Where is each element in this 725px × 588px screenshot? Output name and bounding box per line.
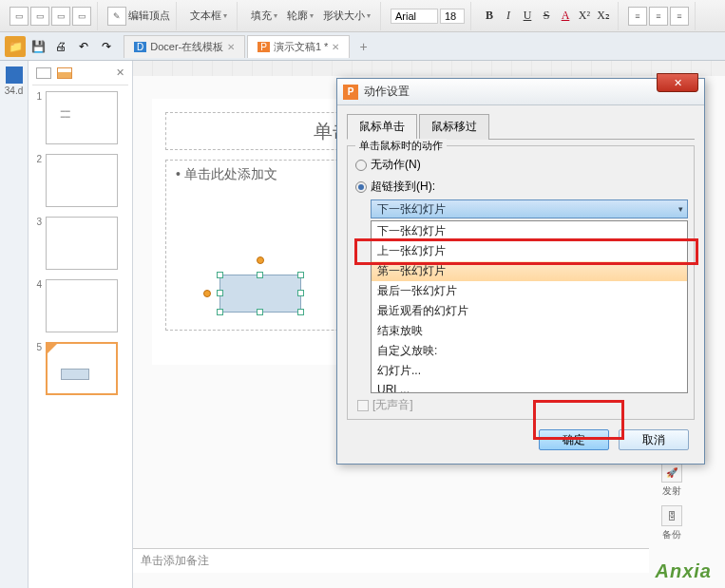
close-icon[interactable]: ✕ bbox=[227, 42, 235, 52]
left-doc-strip: 34.d bbox=[0, 61, 29, 588]
outline-view-icon[interactable] bbox=[57, 67, 72, 79]
fieldset-legend: 单击鼠标时的动作 bbox=[355, 139, 447, 153]
textbox-dropdown[interactable]: 文本框 bbox=[186, 7, 231, 25]
backup-button[interactable]: 🗄备份 bbox=[655, 505, 689, 541]
tab-docer[interactable]: D Docer-在线模板 ✕ bbox=[124, 35, 245, 58]
layout-icon[interactable]: ▭ bbox=[10, 7, 29, 26]
dialog-close-button[interactable]: ✕ bbox=[657, 73, 698, 92]
action-settings-dialog: ✕ P 动作设置 鼠标单击 鼠标移过 单击鼠标时的动作 无动作(N) 超链接到(… bbox=[336, 78, 705, 465]
document-tabs: D Docer-在线模板 ✕ P 演示文稿1 * ✕ + bbox=[124, 32, 375, 61]
tab-mouse-over[interactable]: 鼠标移过 bbox=[419, 114, 489, 140]
quick-access-bar: 📁 💾 🖨 ↶ ↷ D Docer-在线模板 ✕ P 演示文稿1 * ✕ + bbox=[0, 32, 725, 61]
edit-anchor-icon[interactable]: ✎ bbox=[107, 7, 126, 26]
edit-anchor-label: 编辑顶点 bbox=[128, 9, 170, 23]
strike-button[interactable]: S bbox=[538, 8, 555, 25]
tab-mouse-click[interactable]: 鼠标单击 bbox=[347, 114, 417, 140]
radio-none[interactable]: 无动作(N) bbox=[353, 154, 688, 176]
list-item[interactable]: 最后一张幻灯片 bbox=[372, 281, 687, 301]
list-item[interactable]: 上一张幻灯片 bbox=[372, 241, 687, 261]
align-center-icon[interactable]: ≡ bbox=[649, 7, 668, 26]
list-item[interactable]: URL... bbox=[372, 381, 687, 393]
print-icon[interactable]: 🖨 bbox=[50, 36, 71, 57]
launch-button[interactable]: 🚀发射 bbox=[655, 462, 689, 498]
dialog-app-icon: P bbox=[343, 85, 358, 100]
list-item[interactable]: 下一张幻灯片 bbox=[372, 221, 687, 241]
tab-label: Docer-在线模板 bbox=[150, 40, 223, 54]
close-icon[interactable]: ✕ bbox=[116, 66, 124, 79]
layout-icon[interactable]: ▭ bbox=[72, 7, 91, 26]
underline-button[interactable]: U bbox=[519, 8, 536, 25]
slide-thumb-5[interactable] bbox=[46, 342, 118, 395]
list-item[interactable]: 最近观看的幻灯片 bbox=[372, 301, 687, 321]
bold-button[interactable]: B bbox=[481, 8, 498, 25]
list-item[interactable]: 第一张幻灯片 bbox=[372, 261, 687, 281]
sound-label: [无声音] bbox=[372, 397, 413, 413]
presentation-icon: P bbox=[258, 42, 270, 52]
rotate-handle-icon[interactable] bbox=[257, 256, 264, 264]
click-action-fieldset: 单击鼠标时的动作 无动作(N) 超链接到(H): 下一张幻灯片 下一张幻灯片 上… bbox=[347, 145, 695, 420]
font-color-button[interactable]: A bbox=[557, 8, 574, 25]
backup-icon: 🗄 bbox=[661, 505, 682, 526]
undo-icon[interactable]: ↶ bbox=[73, 36, 94, 57]
notes-placeholder[interactable]: 单击添加备注 bbox=[133, 548, 649, 573]
ok-button[interactable]: 确定 bbox=[539, 429, 609, 450]
slide-thumb-2[interactable] bbox=[46, 154, 118, 207]
font-name-combo[interactable]: Arial bbox=[391, 9, 438, 24]
hyperlink-combo[interactable]: 下一张幻灯片 bbox=[371, 199, 688, 218]
font-size-combo[interactable]: 18 bbox=[440, 9, 465, 24]
subscript-button[interactable]: X₂ bbox=[595, 8, 612, 25]
dialog-tabs: 鼠标单击 鼠标移过 bbox=[347, 113, 695, 140]
radio-icon bbox=[355, 160, 367, 171]
outline-dropdown[interactable]: 轮廓 bbox=[283, 7, 317, 25]
save-icon[interactable]: 💾 bbox=[28, 36, 48, 57]
list-item[interactable]: 结束放映 bbox=[372, 321, 687, 341]
layout-group: ▭ ▭ ▭ ▭ bbox=[4, 2, 98, 30]
slide-thumb-3[interactable] bbox=[46, 217, 118, 270]
cancel-button[interactable]: 取消 bbox=[619, 429, 689, 450]
layout-icon[interactable]: ▭ bbox=[30, 7, 49, 26]
align-left-icon[interactable]: ≡ bbox=[628, 7, 647, 26]
dialog-title-text: 动作设置 bbox=[364, 84, 410, 100]
redo-icon[interactable]: ↷ bbox=[96, 36, 117, 57]
adjust-handle-icon[interactable] bbox=[203, 290, 211, 297]
close-icon[interactable]: ✕ bbox=[332, 42, 339, 52]
radio-hyperlink[interactable]: 超链接到(H): bbox=[353, 176, 688, 198]
rocket-icon: 🚀 bbox=[661, 462, 682, 483]
add-tab-button[interactable]: + bbox=[352, 35, 374, 58]
sound-row: [无声音] bbox=[357, 397, 688, 413]
slide-thumb-4[interactable] bbox=[46, 279, 118, 332]
selected-shape[interactable] bbox=[219, 275, 301, 313]
superscript-button[interactable]: X² bbox=[576, 8, 593, 25]
align-right-icon[interactable]: ≡ bbox=[670, 7, 689, 26]
app-icon bbox=[6, 66, 23, 84]
docer-icon: D bbox=[134, 42, 146, 52]
radio-icon bbox=[355, 181, 367, 193]
doc-name-fragment: 34.d bbox=[0, 85, 28, 96]
dialog-titlebar[interactable]: P 动作设置 bbox=[337, 79, 704, 105]
slide-thumb-1[interactable]: ▬▬▬▬ bbox=[46, 91, 118, 144]
tab-label: 演示文稿1 * bbox=[274, 40, 328, 54]
italic-button[interactable]: I bbox=[500, 8, 517, 25]
hyperlink-options-list: 下一张幻灯片 上一张幻灯片 第一张幻灯片 最后一张幻灯片 最近观看的幻灯片 结束… bbox=[371, 220, 688, 393]
normal-view-icon[interactable] bbox=[36, 67, 51, 79]
list-item[interactable]: 幻灯片... bbox=[372, 361, 687, 381]
shape-size-dropdown[interactable]: 形状大小 bbox=[319, 7, 374, 25]
layout-icon[interactable]: ▭ bbox=[51, 7, 70, 26]
watermark: Anxia bbox=[656, 560, 712, 582]
list-item[interactable]: 自定义放映: bbox=[372, 341, 687, 361]
edit-group: ✎ 编辑顶点 bbox=[102, 2, 177, 30]
slide-thumbnail-panel: ✕ 1▬▬▬▬ 2 3 4 5 bbox=[29, 61, 133, 588]
ribbon-toolbar: ▭ ▭ ▭ ▭ ✎ 编辑顶点 文本框 填充 轮廓 形状大小 Arial 18 B… bbox=[0, 0, 725, 32]
fill-dropdown[interactable]: 填充 bbox=[247, 7, 281, 25]
open-icon[interactable]: 📁 bbox=[5, 36, 26, 57]
checkbox-icon bbox=[357, 400, 369, 411]
tab-presentation[interactable]: P 演示文稿1 * ✕ bbox=[247, 35, 350, 58]
